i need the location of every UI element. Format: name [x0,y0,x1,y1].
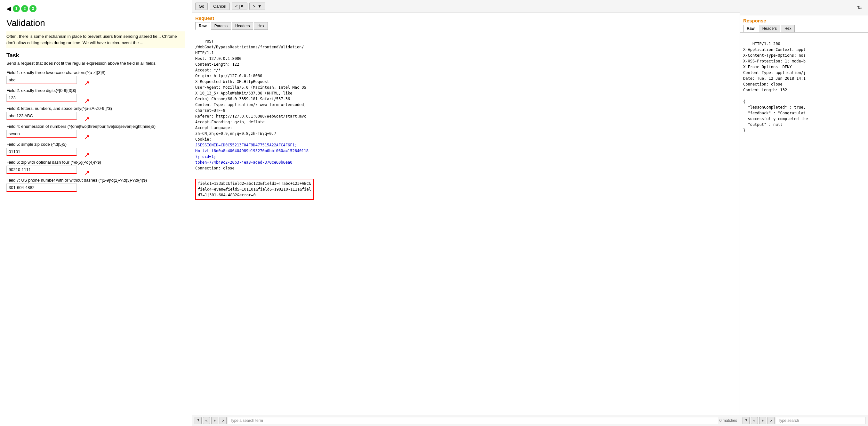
step-badges: 1 2 3 [13,5,36,12]
add-button[interactable]: + [211,417,218,424]
response-text: HTTP/1.1 200 X-Application-Context: appl… [743,41,808,133]
badge-2: 2 [21,5,28,12]
description: Often, there is some mechanism in place … [6,31,185,48]
ta-label: Ta [854,3,865,12]
help-button[interactable]: ? [195,417,202,424]
request-text: POST /WebGoat/BypassRestrictions/fronten… [195,39,306,142]
request-tab-bar: Raw Params Headers Hex [192,22,740,30]
back-button[interactable]: ◀ [6,5,13,12]
tab-headers[interactable]: Headers [232,22,253,30]
field-input-4[interactable] [6,130,77,138]
field-block-3: Field 3: letters, numbers, and space onl… [6,106,185,120]
highlighted-body: field1=123abc&field2=abc123&field3=!!abc… [195,179,314,200]
go-button[interactable]: Go [195,3,208,10]
right-search-bar: ? < + > [740,415,868,426]
field-input-5[interactable] [6,148,77,156]
arrow-3: ↗ [84,115,90,123]
arrow-4: ↗ [84,133,90,141]
back-icon: ◀ [6,5,11,12]
arrow-2: ↗ [84,97,90,105]
right-help-button[interactable]: ? [743,417,750,424]
middle-search-bar: ? < + > 0 matches [192,415,740,426]
field-label-3: Field 3: letters, numbers, and space onl… [6,106,185,111]
field-input-2[interactable] [6,94,77,102]
prev-search-button[interactable]: < [203,417,210,424]
request-body: POST /WebGoat/BypassRestrictions/fronten… [192,30,740,415]
right-add-button[interactable]: + [759,417,766,424]
field-block-6: Field 6: zip with optional dash four (^\… [6,160,185,174]
field-label-5: Field 5: simple zip code (^\d{5}$) [6,142,185,147]
badge-3: 3 [29,5,36,12]
field-input-6[interactable] [6,166,77,174]
matches-label: 0 matches [719,418,737,423]
arrow-6: ↗ [84,169,90,176]
prev-button[interactable]: < |▼ [232,3,247,10]
middle-toolbar: Go Cancel < |▼ > |▼ [192,0,740,13]
arrow-5: ↗ [84,151,90,159]
right-panel: Ta Response Raw Headers Hex HTTP/1.1 200… [740,0,868,426]
response-body: HTTP/1.1 200 X-Application-Context: appl… [740,33,868,415]
next-button[interactable]: > |▼ [249,3,265,10]
cancel-button[interactable]: Cancel [210,3,229,10]
badge-1: 1 [13,5,20,12]
search-input[interactable] [228,417,718,424]
task-description: Send a request that does not fit the reg… [6,61,185,66]
response-section-title: Response [740,16,868,25]
field-label-4: Field 4: enumeration of numbers (^(one|t… [6,124,185,129]
next-search-button[interactable]: > [220,417,226,424]
response-tab-bar: Raw Headers Hex [740,25,868,33]
request-section-title: Request [192,13,740,22]
left-panel: ◀ 1 2 3 Validation Often, there is some … [0,0,192,426]
field-input-1[interactable] [6,76,77,84]
field-label-2: Field 2: exactly three digits(^[0-9]{3}$… [6,88,185,93]
response-tab-headers[interactable]: Headers [759,25,780,32]
middle-panel: Go Cancel < |▼ > |▼ Request Raw Params H… [192,0,740,426]
field-label-7: Field 7: US phone number with or without… [6,178,185,182]
response-tab-hex[interactable]: Hex [781,25,795,32]
right-toolbar: Ta [740,0,868,16]
response-tab-raw[interactable]: Raw [743,25,758,32]
field-block-7: Field 7: US phone number with or without… [6,178,185,192]
field-label-1: Field 1: exactly three lowercase charact… [6,70,185,75]
field-input-7[interactable] [6,183,77,192]
field-block-2: Field 2: exactly three digits(^[0-9]{3}$… [6,88,185,102]
right-prev-search-button[interactable]: < [751,417,758,424]
tab-params[interactable]: Params [211,22,231,30]
arrow-1: ↗ [84,79,90,87]
field-label-6: Field 6: zip with optional dash four (^\… [6,160,185,165]
cookie-text: JSESSIONID=CD0C55213F04F9D477515A22AFC4F… [195,143,309,165]
right-search-input[interactable] [776,417,865,424]
tab-hex[interactable]: Hex [254,22,268,30]
page-title: Validation [6,18,185,28]
right-next-search-button[interactable]: > [768,417,775,424]
task-title: Task [6,52,185,59]
after-cookie-text: Connection: close [195,166,235,170]
field-block-5: Field 5: simple zip code (^\d{5}$) ↗ [6,142,185,156]
field-block-1: Field 1: exactly three lowercase charact… [6,70,185,84]
tab-raw[interactable]: Raw [195,22,210,30]
field-input-3[interactable] [6,112,77,120]
field-block-4: Field 4: enumeration of numbers (^(one|t… [6,124,185,138]
